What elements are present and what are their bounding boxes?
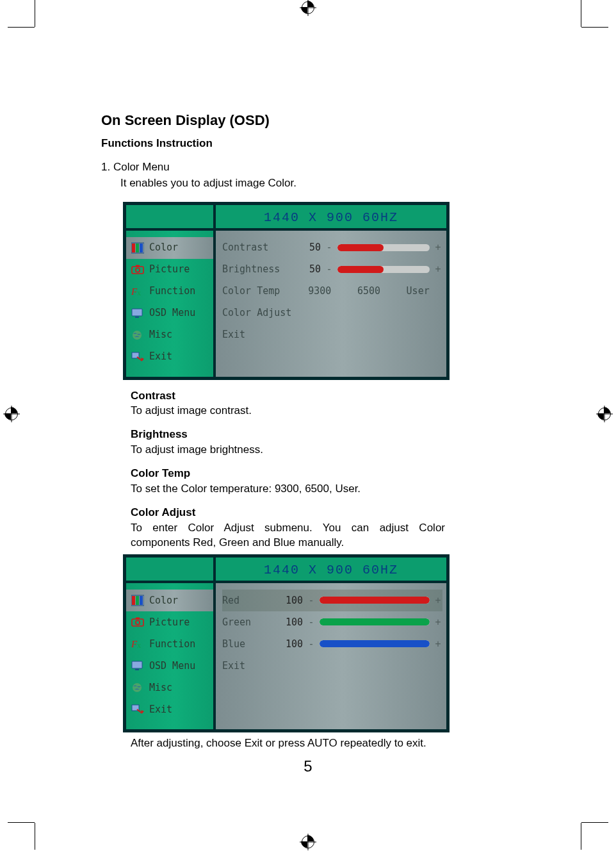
menu-heading-desc: It enables you to adjust image Color. (120, 176, 512, 191)
osd-header-title: 1440 X 900 60HZ (216, 205, 446, 231)
osd-panel: Red 100 - + Green 100 - + Blue 100 - (216, 583, 446, 729)
svg-rect-22 (132, 661, 142, 668)
slider-fill (320, 640, 430, 647)
desc-coloradjust-b: To enter Color Adjust submenu. You can a… (131, 521, 445, 550)
row-label: Exit (222, 659, 261, 672)
exit-icon (131, 704, 144, 715)
row-label: Green (222, 616, 261, 629)
sidebar-item-function[interactable]: Fx Function (126, 281, 213, 302)
svg-text:x: x (137, 288, 141, 297)
rgb-bars-icon (131, 595, 144, 606)
svg-rect-19 (136, 617, 140, 619)
svg-rect-2 (140, 244, 143, 252)
menu-heading: 1. Color Menu (101, 160, 512, 175)
crop-mark-icon (8, 822, 35, 823)
slider-track[interactable] (320, 618, 430, 625)
svg-point-18 (136, 620, 140, 624)
crop-mark-icon (8, 27, 35, 28)
monitor-icon (131, 308, 144, 319)
temp-option[interactable]: 9300 (308, 285, 331, 297)
sidebar-item-exit[interactable]: Exit (126, 346, 213, 368)
sidebar-item-label: Function (149, 285, 195, 297)
row-label: Contrast (222, 241, 291, 254)
row-red[interactable]: Red 100 - + (222, 590, 442, 611)
desc-coloradjust-h: Color Adjust (131, 506, 445, 520)
sidebar-item-label: Picture (149, 263, 190, 276)
desc-colortemp-h: Color Temp (131, 467, 445, 481)
svg-point-11 (133, 331, 142, 340)
plus-icon: + (434, 616, 442, 629)
desc-contrast-b: To adjust image contrast. (131, 404, 445, 418)
svg-rect-10 (135, 317, 139, 318)
temp-option[interactable]: 6500 (357, 285, 380, 297)
osd-color-menu: 1440 X 900 60HZ Color Picture (123, 202, 450, 380)
registration-mark-top-icon (302, 1, 314, 14)
sidebar-item-exit[interactable]: Exit (126, 698, 213, 720)
svg-rect-0 (132, 244, 135, 252)
osd-sidebar: Color Picture Fx Function (126, 583, 216, 729)
page-number: 5 (0, 756, 616, 777)
plus-icon: + (434, 638, 442, 650)
slider-fill (320, 618, 430, 625)
sidebar-item-color[interactable]: Color (126, 237, 213, 259)
row-label: Red (222, 594, 261, 607)
sidebar-item-label: Picture (149, 616, 190, 629)
sidebar-item-misc[interactable]: Misc (126, 324, 213, 346)
desc-colortemp-b: To set the Color temperature: 9300, 6500… (131, 482, 445, 497)
row-color-adjust[interactable]: Color Adjust (222, 302, 442, 324)
desc-contrast-h: Contrast (131, 389, 445, 404)
row-brightness[interactable]: Brightness 50 - + (222, 259, 442, 281)
osd-header-title: 1440 X 900 60HZ (216, 558, 446, 583)
sidebar-item-label: Exit (149, 703, 172, 716)
row-contrast[interactable]: Contrast 50 - + (222, 237, 442, 259)
camera-icon (131, 264, 144, 276)
row-blue[interactable]: Blue 100 - + (222, 633, 442, 655)
sidebar-item-picture[interactable]: Picture (126, 259, 213, 281)
row-label: Color Temp (222, 285, 291, 297)
sidebar-item-picture[interactable]: Picture (126, 611, 213, 633)
slider-fill (337, 266, 384, 273)
row-color-temp[interactable]: Color Temp 9300 6500 User (222, 281, 442, 302)
row-blank (222, 677, 442, 698)
osd-header-spacer (126, 205, 216, 231)
sidebar-item-label: Misc (149, 681, 172, 694)
exit-icon (131, 351, 144, 363)
minus-icon: - (307, 638, 316, 650)
slider-fill (337, 244, 384, 251)
svg-rect-13 (132, 596, 135, 605)
osd-panel: Contrast 50 - + Brightness 50 - + Color … (216, 231, 446, 377)
plus-icon: + (434, 263, 442, 276)
sidebar-item-color[interactable]: Color (126, 590, 213, 611)
slider-track[interactable] (337, 244, 430, 251)
sidebar-item-label: Misc (149, 328, 172, 341)
sidebar-item-misc[interactable]: Misc (126, 677, 213, 698)
registration-mark-left-icon (5, 408, 18, 420)
page-title: On Screen Display (OSD) (101, 111, 512, 130)
row-value: 50 (295, 263, 321, 276)
row-value: 100 (264, 638, 303, 650)
svg-rect-14 (136, 596, 139, 605)
row-green[interactable]: Green 100 - + (222, 611, 442, 633)
sidebar-item-label: OSD Menu (149, 659, 195, 672)
sidebar-item-label: Color (149, 594, 178, 607)
minus-icon: - (307, 594, 316, 607)
row-value: 50 (295, 241, 321, 254)
row-value: 100 (264, 594, 303, 607)
temp-option[interactable]: User (407, 285, 430, 297)
svg-rect-6 (136, 265, 140, 267)
sidebar-item-osd-menu[interactable]: OSD Menu (126, 302, 213, 324)
slider-track[interactable] (320, 640, 430, 647)
row-exit[interactable]: Exit (222, 324, 442, 346)
row-exit[interactable]: Exit (222, 655, 442, 677)
slider-track[interactable] (337, 266, 430, 273)
sidebar-item-function[interactable]: Fx Function (126, 633, 213, 655)
plus-icon: + (434, 594, 442, 607)
slider-fill (320, 597, 430, 604)
slider-track[interactable] (320, 597, 430, 604)
fx-icon: Fx (131, 638, 144, 650)
subtitle: Functions Instruction (101, 136, 512, 151)
sidebar-item-label: Exit (149, 350, 172, 363)
description-block: Contrast To adjust image contrast. Brigh… (131, 389, 445, 550)
sidebar-item-osd-menu[interactable]: OSD Menu (126, 655, 213, 677)
svg-rect-15 (140, 596, 143, 605)
